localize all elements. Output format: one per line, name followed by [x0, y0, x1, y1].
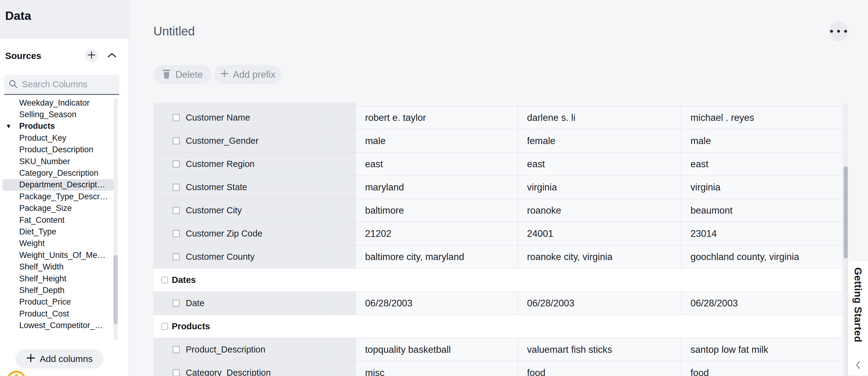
value-cell: east [681, 153, 843, 175]
sidebar-column-item[interactable]: Department_Descript… [2, 179, 114, 191]
row-label-cell[interactable]: Date [154, 292, 335, 315]
row-spacer-cell [335, 338, 355, 361]
table-scrollbar-thumb[interactable] [844, 166, 848, 259]
value-cell: female [518, 129, 681, 152]
value-cell: roanoke city, virginia [518, 245, 681, 268]
row-checkbox[interactable] [173, 300, 180, 307]
triangle-down-icon[interactable]: ▾ [7, 122, 10, 130]
more-options-button[interactable] [829, 21, 848, 41]
row-label-cell[interactable]: Customer Name [154, 106, 335, 129]
sidebar-column-item[interactable]: Product_Description [2, 144, 114, 156]
collapse-sources-button[interactable] [107, 51, 117, 60]
sidebar-column-item[interactable]: Shelf_Width [2, 261, 114, 272]
sidebar-group-item[interactable]: ▾Products [2, 120, 114, 132]
value-cell: male [355, 129, 518, 152]
sidebar-column-item[interactable]: Weight [2, 238, 114, 249]
row-checkbox[interactable] [173, 230, 180, 237]
row-checkbox[interactable] [173, 114, 180, 121]
chevron-left-icon[interactable] [855, 360, 861, 371]
sidebar-column-label: Product_Description [19, 145, 93, 154]
value-cell: robert e. taylor [355, 106, 518, 129]
delete-button[interactable]: Delete [153, 65, 211, 84]
sidebar-column-item[interactable]: Package_Type_Descr… [2, 191, 114, 202]
value-cell: 24001 [518, 222, 681, 245]
value-cell: 06/28/2003 [355, 292, 518, 315]
row-checkbox[interactable] [173, 346, 180, 353]
value-cell: darlene s. li [518, 106, 681, 129]
sidebar-column-item[interactable]: Fat_Content [2, 214, 114, 226]
row-checkbox[interactable] [173, 369, 180, 376]
add-columns-button[interactable]: Add columns [15, 349, 104, 368]
table-row: Customer Statemarylandvirginiavirginia [154, 176, 842, 199]
row-label: Customer County [186, 252, 255, 262]
sidebar-header: Data [0, 0, 128, 39]
add-source-button[interactable] [85, 49, 98, 62]
sidebar-column-item[interactable]: Weight_Units_Of_Me… [2, 249, 114, 261]
row-label-cell[interactable]: Customer City [154, 199, 335, 222]
sidebar-title: Data [5, 9, 31, 23]
row-spacer-cell [335, 199, 355, 222]
row-spacer-cell [335, 245, 355, 268]
row-checkbox[interactable] [173, 207, 180, 214]
value-cell: east [355, 153, 518, 175]
page-title[interactable]: Untitled [153, 24, 195, 38]
row-checkbox[interactable] [173, 253, 180, 260]
sidebar-scrollbar-thumb[interactable] [114, 255, 118, 324]
value-cell: 21202 [355, 222, 518, 245]
table-row: Category_Descriptionmiscfoodfood [154, 361, 842, 376]
row-spacer-cell [335, 153, 355, 175]
sidebar-column-item[interactable]: Diet_Type [2, 226, 114, 237]
table-group-row[interactable]: Products [154, 315, 842, 338]
row-label-cell[interactable]: Customer_Gender [154, 129, 335, 152]
group-label: Products [172, 321, 210, 331]
sidebar-column-list: Weekday_IndicatorSelling_Season▾Products… [0, 97, 128, 332]
sidebar-column-label: Package_Size [19, 204, 72, 213]
add-prefix-button[interactable]: Add prefix [214, 65, 281, 84]
sidebar-column-item[interactable]: Lowest_Competitor_… [2, 320, 114, 331]
row-spacer-cell [335, 106, 355, 129]
group-checkbox[interactable] [161, 277, 168, 284]
sidebar-column-item[interactable]: Package_Size [2, 203, 114, 214]
value-cell: topquality basketball [355, 338, 518, 361]
sidebar-column-item[interactable]: Category_Description [2, 167, 114, 179]
sidebar-column-label: Weight_Units_Of_Me… [19, 251, 105, 260]
value-cell: valuemart fish sticks [518, 338, 681, 361]
row-checkbox[interactable] [173, 161, 180, 168]
sidebar-column-item[interactable]: Shelf_Depth [2, 284, 114, 296]
row-label-cell[interactable]: Customer Region [154, 153, 335, 175]
row-label-cell[interactable]: Customer Zip Code [154, 222, 335, 245]
sidebar-column-item[interactable]: Product_Price [2, 296, 114, 308]
sidebar-column-label: Diet_Type [19, 227, 56, 236]
value-cell: virginia [518, 176, 681, 199]
group-checkbox[interactable] [161, 323, 168, 330]
sidebar-column-label: Package_Type_Descr… [19, 192, 108, 201]
getting-started-label: Getting Started [852, 267, 864, 342]
sidebar-column-label: Shelf_Height [19, 274, 66, 284]
table-row: Customer_Gendermalefemalemale [154, 129, 842, 153]
row-checkbox[interactable] [173, 184, 180, 191]
sidebar-column-label: Products [19, 121, 55, 131]
data-prep-app: Data Sources Weekday_IndicatorSelling_Se… [0, 0, 868, 376]
row-label-cell[interactable]: Customer State [154, 176, 335, 199]
row-label-cell[interactable]: Product_Description [154, 338, 335, 361]
sidebar-column-item[interactable]: Selling_Season [2, 109, 114, 120]
row-label-cell[interactable]: Customer County [154, 245, 335, 268]
table-group-row[interactable]: Dates [154, 268, 842, 292]
value-cell: maryland [355, 176, 518, 199]
sidebar-column-item[interactable]: Product_Key [2, 132, 114, 144]
row-checkbox[interactable] [173, 137, 180, 144]
getting-started-tab[interactable]: Getting Started [847, 260, 868, 376]
table-row: Customer Namerobert e. taylordarlene s. … [154, 106, 842, 129]
sidebar-column-item[interactable]: Shelf_Height [2, 273, 114, 284]
value-cell: east [518, 153, 681, 175]
sidebar-column-item[interactable]: Weekday_Indicator [2, 97, 114, 109]
help-coin-icon[interactable] [7, 371, 26, 376]
search-columns-input[interactable] [22, 79, 137, 89]
value-cell: baltimore [355, 199, 518, 222]
sidebar-column-label: Weekday_Indicator [19, 98, 90, 108]
row-spacer-cell [335, 176, 355, 199]
sidebar-column-item[interactable]: SKU_Number [2, 156, 114, 167]
row-label-cell[interactable]: Category_Description [154, 361, 335, 376]
search-columns-box[interactable] [4, 75, 119, 95]
sidebar-column-item[interactable]: Product_Cost [2, 308, 114, 320]
